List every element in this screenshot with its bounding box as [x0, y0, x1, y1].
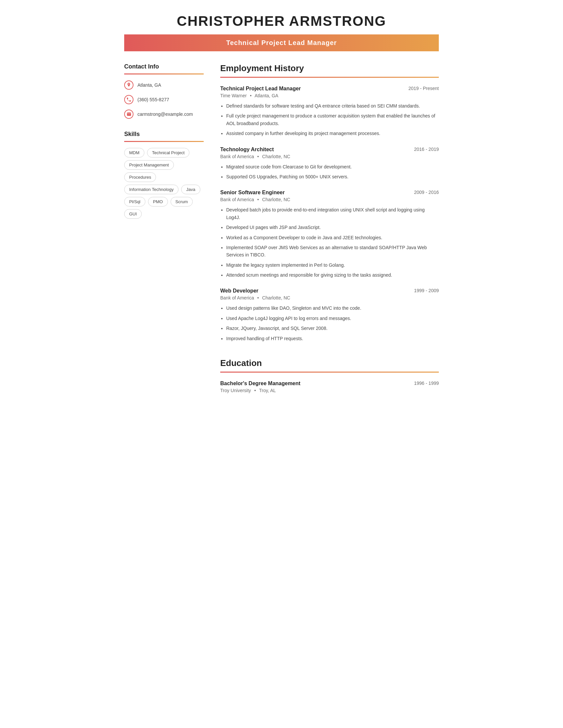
skill-tag: MDM — [124, 148, 144, 158]
contact-location: Atlanta, GA — [124, 80, 204, 90]
edu-block: Bachelor's Degree Management1996 - 1999T… — [220, 381, 439, 393]
job-bullets: Developed batch jobs to provide end-to-e… — [220, 206, 439, 279]
job-bullet-item: Full cycle project management to produce… — [226, 112, 439, 127]
job-bullet-item: Migrated source code from Clearcase to G… — [226, 163, 439, 170]
main-section: Employment History Technical Project Lea… — [220, 63, 439, 400]
job-block: Web Developer1999 - 2009Bank of America … — [220, 288, 439, 342]
contact-phone: (360) 555-8277 — [124, 95, 204, 104]
job-block: Senior Software Engineer2009 - 2016Bank … — [220, 190, 439, 279]
job-bullet-item: Implemented SOAP over JMS Web Services a… — [226, 244, 439, 259]
job-company: Time Warner • Atlanta, GA — [220, 93, 439, 98]
header: CHRISTOPHER ARMSTRONG Technical Project … — [124, 13, 439, 51]
contact-email: carmstrong@example.com — [124, 110, 204, 119]
employment-heading: Employment History — [220, 63, 439, 73]
job-title: Technology Architect — [220, 147, 274, 153]
employment-section: Employment History Technical Project Lea… — [220, 63, 439, 342]
email-text: carmstrong@example.com — [137, 112, 193, 117]
job-bullet-item: Developed batch jobs to provide end-to-e… — [226, 206, 439, 221]
location-text: Atlanta, GA — [137, 82, 161, 88]
email-icon — [124, 110, 133, 119]
job-bullets: Used design patterns like DAO, Singleton… — [220, 304, 439, 342]
edu-school: Troy University • Troy, AL — [220, 388, 439, 393]
jobs-container: Technical Project Lead Manager2019 - Pre… — [220, 86, 439, 342]
contact-heading: Contact Info — [124, 63, 204, 70]
contact-divider — [124, 73, 204, 74]
skill-tag: GUI — [124, 209, 142, 219]
skills-section: Skills MDMTechnical ProjectProject Manag… — [124, 131, 204, 219]
edu-dates: 1996 - 1999 — [414, 381, 439, 386]
job-header: Technology Architect2016 - 2019 — [220, 147, 439, 153]
job-title: Web Developer — [220, 288, 258, 294]
job-bullet-item: Attended scrum meetings and responsible … — [226, 271, 439, 279]
skills-tags-container: MDMTechnical ProjectProject ManagementPr… — [124, 148, 204, 219]
skills-divider — [124, 141, 204, 142]
skill-tag: Project Management — [124, 160, 174, 170]
job-dates: 2019 - Present — [408, 86, 439, 91]
edu-header: Bachelor's Degree Management1996 - 1999 — [220, 381, 439, 387]
job-bullet-item: Used design patterns like DAO, Singleton… — [226, 304, 439, 312]
skill-tag: Pl/Sql — [124, 197, 145, 206]
skill-tag: Java — [181, 185, 200, 194]
job-dates: 2016 - 2019 — [414, 147, 439, 152]
job-bullet-item: Migrate the legacy system implemented in… — [226, 261, 439, 269]
candidate-name: CHRISTOPHER ARMSTRONG — [124, 13, 439, 29]
job-bullet-item: Developed UI pages with JSP and JavaScri… — [226, 224, 439, 231]
skill-tag: PMO — [148, 197, 168, 206]
job-dates: 2009 - 2016 — [414, 190, 439, 195]
skills-heading: Skills — [124, 131, 204, 138]
job-bullet-item: Razor, JQuery, Javascript, and SQL Serve… — [226, 325, 439, 332]
job-title: Senior Software Engineer — [220, 190, 285, 196]
job-bullet-item: Used Apache Log4J logging API to log err… — [226, 315, 439, 322]
job-bullet-item: Defined standards for software testing a… — [226, 102, 439, 110]
job-title: Technical Project Lead Manager — [220, 86, 301, 92]
job-header: Web Developer1999 - 2009 — [220, 288, 439, 294]
main-content: Contact Info Atlanta, GA — [124, 63, 439, 400]
job-bullet-item: Improved handling of HTTP requests. — [226, 335, 439, 342]
job-dates: 1999 - 2009 — [414, 288, 439, 293]
job-bullet-item: Assisted company in further developing i… — [226, 130, 439, 137]
job-header: Technical Project Lead Manager2019 - Pre… — [220, 86, 439, 92]
education-container: Bachelor's Degree Management1996 - 1999T… — [220, 381, 439, 393]
title-banner: Technical Project Lead Manager — [124, 34, 439, 51]
phone-text: (360) 555-8277 — [137, 97, 169, 102]
job-block: Technical Project Lead Manager2019 - Pre… — [220, 86, 439, 137]
job-bullets: Defined standards for software testing a… — [220, 102, 439, 137]
education-heading: Education — [220, 358, 439, 368]
job-bullets: Migrated source code from Clearcase to G… — [220, 163, 439, 181]
education-divider — [220, 372, 439, 373]
job-bullet-item: Supported OS Upgrades, Patching on 5000+… — [226, 173, 439, 180]
location-icon — [124, 80, 133, 90]
edu-degree: Bachelor's Degree Management — [220, 381, 301, 387]
contact-section: Contact Info Atlanta, GA — [124, 63, 204, 119]
employment-divider — [220, 77, 439, 78]
skill-tag: Information Technology — [124, 185, 178, 194]
job-bullet-item: Worked as a Component Developer to code … — [226, 234, 439, 241]
education-section: Education Bachelor's Degree Management19… — [220, 358, 439, 393]
job-company: Bank of America • Charlotte, NC — [220, 295, 439, 300]
skill-tag: Technical Project — [147, 148, 189, 158]
job-company: Bank of America • Charlotte, NC — [220, 197, 439, 202]
job-company: Bank of America • Charlotte, NC — [220, 154, 439, 159]
phone-icon — [124, 95, 133, 104]
candidate-title: Technical Project Lead Manager — [124, 39, 439, 47]
skill-tag: Scrum — [170, 197, 193, 206]
job-block: Technology Architect2016 - 2019Bank of A… — [220, 147, 439, 181]
sidebar: Contact Info Atlanta, GA — [124, 63, 204, 231]
job-header: Senior Software Engineer2009 - 2016 — [220, 190, 439, 196]
skill-tag: Procedures — [124, 172, 156, 182]
